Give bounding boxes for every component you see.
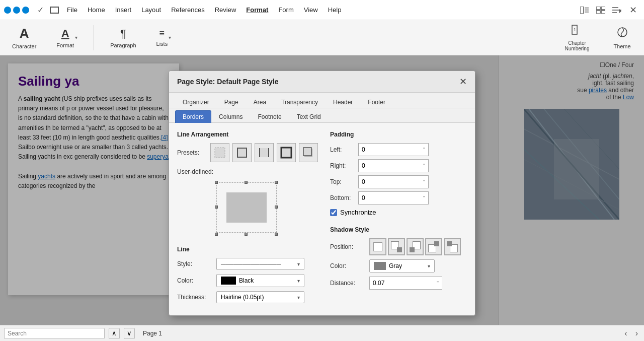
theme-button[interactable]: Theme <box>608 24 636 51</box>
shadow-distance-input[interactable]: 0.07 " <box>369 277 442 290</box>
menu-format[interactable]: Format <box>242 4 272 16</box>
modal-close-button[interactable]: ✕ <box>459 76 467 87</box>
svg-rect-26 <box>237 148 247 157</box>
preset-thick-box[interactable] <box>277 143 296 162</box>
format-label: Format <box>56 42 74 48</box>
tab-textgrid[interactable]: Text Grid <box>289 110 329 123</box>
shadow-distance-value: 0.07 <box>373 280 437 287</box>
padding-left-input[interactable]: 0 " <box>358 143 429 156</box>
menu-references[interactable]: References <box>167 4 208 16</box>
tab-footnote[interactable]: Footnote <box>250 110 289 123</box>
sidebar-toggle-button[interactable] <box>578 3 592 17</box>
tab-header[interactable]: Header <box>326 96 360 108</box>
shadow-pos-tl[interactable] <box>444 238 461 255</box>
svg-rect-6 <box>596 11 600 14</box>
menu-review[interactable]: Review <box>211 4 240 16</box>
page-style-modal: Page Style: Default Page Style ✕ Organiz… <box>169 71 475 316</box>
synchronize-checkbox[interactable] <box>330 209 337 216</box>
border-preview[interactable] <box>212 178 283 239</box>
shadow-pos-bl[interactable] <box>407 238 424 255</box>
menu-file[interactable]: File <box>63 4 82 16</box>
padding-left-label: Left: <box>330 146 355 153</box>
chapter-numbering-label: Chapter Numbering <box>562 40 592 51</box>
shadow-pos-tl-shadow <box>447 241 452 246</box>
color-dropdown-arrow: ▾ <box>297 278 300 284</box>
next-page-button[interactable]: › <box>633 329 640 338</box>
format-dropdown-arrow[interactable]: ▾ <box>75 35 77 40</box>
presets-row: Presets: <box>177 143 318 162</box>
padding-top-row: Top: 0 " <box>330 175 467 188</box>
svg-rect-7 <box>601 11 605 14</box>
search-next-button[interactable]: ∨ <box>124 328 135 339</box>
shadow-pos-tr[interactable] <box>425 238 442 255</box>
padding-top-input[interactable]: 0 " <box>358 175 429 188</box>
shadow-pos-none[interactable] <box>369 238 386 255</box>
character-button[interactable]: A Character <box>8 24 40 51</box>
format-icon: A <box>61 27 69 40</box>
svg-rect-32 <box>303 148 311 156</box>
prev-page-button[interactable]: ‹ <box>622 329 629 338</box>
tab-page[interactable]: Page <box>217 96 246 108</box>
padding-right-label: Right: <box>330 162 355 169</box>
thickness-dropdown[interactable]: Hairline (0.05pt) ▾ <box>216 291 304 303</box>
another-view-button[interactable] <box>610 3 624 17</box>
tab-area[interactable]: Area <box>246 96 274 108</box>
theme-label: Theme <box>613 43 630 49</box>
tab-transparency[interactable]: Transparency <box>274 96 326 108</box>
user-defined-label: User-defined: <box>177 168 318 175</box>
chapter-numbering-button[interactable]: 1 Chapter Numbering <box>558 22 596 53</box>
padding-top-value: 0 <box>362 178 423 185</box>
menu-insert[interactable]: Insert <box>111 4 136 16</box>
shadow-distance-unit: " <box>437 280 439 286</box>
preset-left-right-border[interactable] <box>255 143 274 162</box>
preset-shadow-border[interactable] <box>299 143 318 162</box>
menu-view[interactable]: View <box>300 4 322 16</box>
chapter-numbering-icon: 1 <box>571 24 583 38</box>
padding-bottom-input[interactable]: 0 " <box>358 191 429 204</box>
main-area: Sailing ya A sailing yacht (US ship pref… <box>0 55 644 325</box>
search-prev-button[interactable]: ∧ <box>109 328 120 339</box>
menu-form[interactable]: Form <box>274 4 297 16</box>
modal-overlay: Page Style: Default Page Style ✕ Organiz… <box>0 55 644 325</box>
thickness-value: Hairline (0.05pt) <box>221 294 297 301</box>
padding-right-input[interactable]: 0 " <box>358 159 429 172</box>
tab-borders[interactable]: Borders <box>175 110 211 123</box>
padding-right-row: Right: 0 " <box>330 159 467 172</box>
shadow-title: Shadow Style <box>330 226 467 233</box>
shadow-color-dropdown[interactable]: Gray ▾ <box>369 259 435 272</box>
search-input[interactable] <box>4 328 105 339</box>
preset-box-border[interactable] <box>232 143 252 162</box>
svg-rect-25 <box>215 148 225 158</box>
menu-help[interactable]: Help <box>324 4 346 16</box>
menu-layout[interactable]: Layout <box>137 4 165 16</box>
shadow-pos-br[interactable] <box>388 238 405 255</box>
style-dropdown[interactable]: ────────────── ▾ <box>216 258 304 270</box>
shadow-pos-br-shadow <box>397 247 402 252</box>
shadow-color-dropdown-arrow: ▾ <box>428 263 430 269</box>
lists-label: Lists <box>156 41 168 47</box>
color-dropdown[interactable]: Black ▾ <box>216 274 304 287</box>
theme-icon <box>616 26 628 41</box>
svg-rect-2 <box>585 10 589 11</box>
padding-title: Padding <box>330 131 467 138</box>
tab-footer[interactable]: Footer <box>360 96 393 108</box>
format-button[interactable]: A Format ▾ <box>52 25 82 50</box>
logo-dot-1 <box>4 7 11 14</box>
lists-dropdown-arrow[interactable]: ▾ <box>169 35 171 40</box>
line-section: Line Style: ────────────── ▾ Color: <box>177 246 318 303</box>
lists-button[interactable]: ≡ Lists ▾ <box>152 26 180 49</box>
modal-title: Page Style: Default Page Style <box>177 78 279 86</box>
tab-columns[interactable]: Columns <box>211 110 250 123</box>
menu-home[interactable]: Home <box>84 4 109 16</box>
modal-header: Page Style: Default Page Style ✕ <box>169 71 475 93</box>
synchronize-row: Synchronize <box>330 209 467 216</box>
shadow-pos-none-inner <box>373 242 382 251</box>
line-title: Line <box>177 246 318 253</box>
padding-top-label: Top: <box>330 178 355 185</box>
svg-rect-5 <box>601 7 605 10</box>
paragraph-button[interactable]: ¶ Paragraph <box>106 25 140 50</box>
view-toggle-button[interactable] <box>594 3 608 17</box>
tab-organizer[interactable]: Organizer <box>175 96 217 108</box>
window-close-button[interactable]: ✕ <box>626 3 640 17</box>
preset-no-border[interactable] <box>210 143 229 162</box>
